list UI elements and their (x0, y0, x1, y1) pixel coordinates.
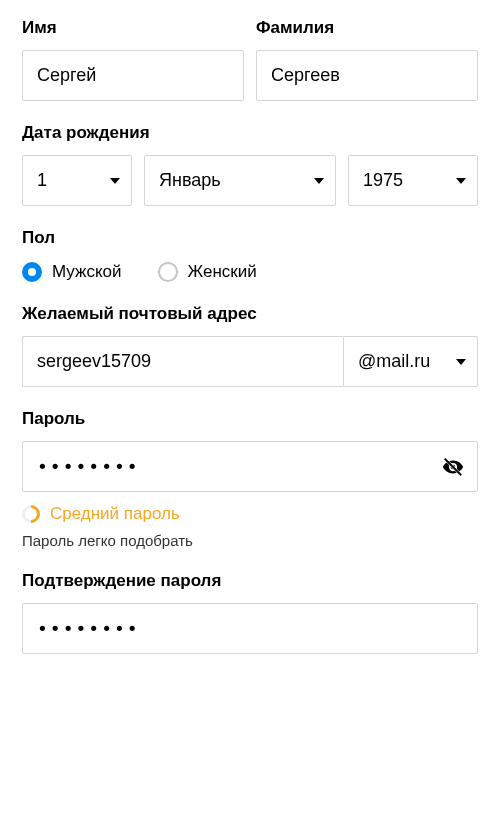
first-name-label: Имя (22, 18, 244, 38)
birth-day-select[interactable]: 1 (22, 155, 132, 206)
gender-female-label: Женский (188, 262, 257, 282)
radio-icon (158, 262, 178, 282)
email-domain-select[interactable]: @mail.ru (343, 336, 478, 387)
birth-year-select[interactable]: 1975 (348, 155, 478, 206)
email-label: Желаемый почтовый адрес (22, 304, 478, 324)
gender-male-radio[interactable]: Мужской (22, 262, 122, 282)
radio-icon (22, 262, 42, 282)
password-input[interactable] (22, 441, 478, 492)
last-name-label: Фамилия (256, 18, 478, 38)
birth-month-select[interactable]: Январь (144, 155, 336, 206)
spinner-icon (18, 501, 43, 526)
password-hint: Пароль легко подобрать (22, 532, 478, 549)
email-username-input[interactable] (22, 336, 343, 387)
first-name-input[interactable] (22, 50, 244, 101)
confirm-password-label: Подтверждение пароля (22, 571, 478, 591)
last-name-input[interactable] (256, 50, 478, 101)
password-strength-text: Средний пароль (50, 504, 180, 524)
toggle-password-visibility-icon[interactable] (442, 456, 464, 478)
birthdate-label: Дата рождения (22, 123, 478, 143)
gender-female-radio[interactable]: Женский (158, 262, 257, 282)
password-label: Пароль (22, 409, 478, 429)
gender-label: Пол (22, 228, 478, 248)
eye-off-icon (442, 456, 464, 478)
confirm-password-input[interactable] (22, 603, 478, 654)
gender-male-label: Мужской (52, 262, 122, 282)
